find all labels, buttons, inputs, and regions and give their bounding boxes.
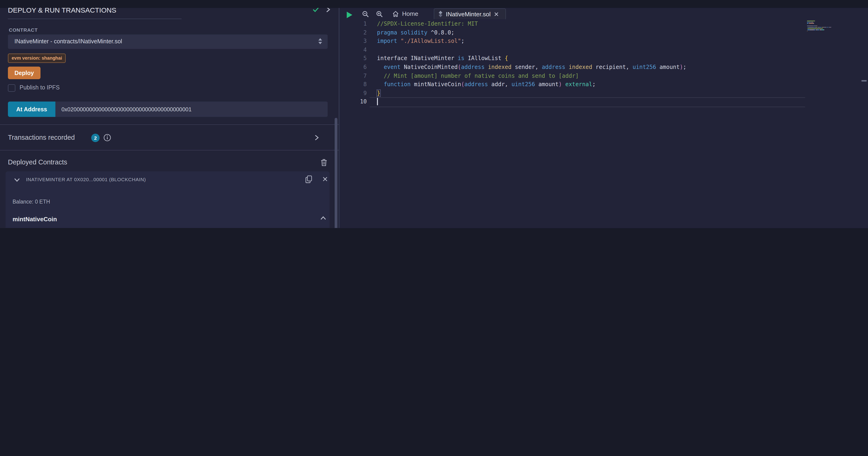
code-line[interactable]: 10	[339, 97, 805, 107]
code-editor[interactable]: 1//SPDX-License-Identifier: MIT2pragma s…	[339, 19, 805, 228]
code-text: }	[377, 89, 380, 98]
minimap-line	[824, 27, 827, 27]
tab-home-label: Home	[402, 10, 418, 17]
minimap-line	[814, 26, 816, 26]
code-line[interactable]: 7 // Mint [amount] number of native coin…	[339, 72, 805, 80]
code-text: pragma solidity ^0.8.0;	[377, 28, 454, 37]
evm-version-badge: evm version: shanghai	[8, 54, 66, 63]
line-number: 2	[339, 28, 367, 37]
minimap-line	[811, 22, 813, 22]
minimap-line	[817, 29, 819, 30]
minimap-line	[813, 23, 814, 24]
code-line[interactable]: 9}	[339, 89, 805, 98]
info-icon	[103, 134, 111, 142]
remove-contract-icon[interactable]	[322, 176, 328, 182]
minimap-line	[807, 26, 813, 26]
deploy-button[interactable]: Deploy	[8, 66, 40, 79]
zoom-in-icon[interactable]	[376, 11, 383, 18]
title-underline	[8, 19, 182, 19]
copy-address-icon[interactable]	[305, 175, 312, 183]
expanded-function-name: mintNativeCoin	[12, 216, 57, 223]
contract-card: INATIVEMINTER AT 0X020...00001 (BLOCKCHA…	[6, 171, 330, 228]
transactions-expand-button[interactable]	[315, 135, 319, 141]
tab-close-icon[interactable]	[494, 12, 498, 16]
function-collapse-icon[interactable]	[320, 216, 326, 220]
code-text: interface INativeMinter is IAllowList {	[377, 54, 508, 63]
solidity-icon	[438, 11, 443, 17]
minimap-line	[813, 27, 815, 27]
minimap-line	[816, 29, 817, 30]
minimap-line	[820, 27, 822, 27]
contract-select-value: INativeMinter - contracts/INativeMinter.…	[14, 38, 122, 45]
card-collapse-icon[interactable]	[14, 178, 20, 182]
tab-home[interactable]: Home	[392, 8, 418, 19]
editor-region: Home INativeMinter.sol 1//SPDX-License-I…	[339, 0, 868, 228]
line-number: 1	[339, 20, 367, 28]
code-text: // Mint [amount] number of native coins …	[377, 72, 579, 80]
line-number: 10	[339, 97, 367, 107]
code-line[interactable]: 2pragma solidity ^0.8.0;	[339, 28, 805, 37]
code-line[interactable]: 4	[339, 46, 805, 55]
minimap-line	[807, 29, 810, 30]
line-number: 9	[339, 89, 367, 98]
minimap-line	[827, 27, 829, 27]
minimap-line	[807, 27, 809, 27]
minimap-line	[807, 28, 823, 29]
minimap-line	[822, 29, 824, 30]
line-number: 5	[339, 54, 367, 63]
contract-select[interactable]: INativeMinter - contracts/INativeMinter.…	[8, 34, 328, 49]
transactions-recorded-label: Transactions recorded	[8, 134, 75, 141]
line-number: 8	[339, 80, 367, 89]
minimap-line	[809, 23, 813, 24]
run-script-play-icon[interactable]	[347, 12, 352, 18]
minimap-line	[821, 29, 821, 30]
minimap-line	[807, 23, 809, 24]
code-text: import "./IAllowList.sol";	[377, 37, 464, 46]
minimap-line	[819, 29, 821, 30]
deploy-run-panel: DEPLOY & RUN TRANSACTIONS CONTRACT INati…	[0, 0, 339, 228]
panel-scrollbar[interactable]	[335, 118, 337, 228]
line-number: 4	[339, 46, 367, 55]
select-stepper-icon	[318, 38, 322, 44]
at-address-input[interactable]	[55, 102, 328, 117]
minimap-line	[813, 26, 814, 26]
minimap-line	[807, 21, 815, 21]
balance-text: Balance: 0 ETH	[12, 199, 50, 204]
code-text: event NativeCoinMinted(address indexed s…	[377, 63, 686, 72]
home-icon	[392, 10, 399, 17]
remix-ide: DEPLOY & RUN TRANSACTIONS CONTRACT INati…	[0, 0, 868, 228]
publish-ipfs-label: Publish to IPFS	[20, 84, 60, 91]
tab-active-label: INativeMinter.sol	[446, 10, 491, 18]
code-line[interactable]: 1//SPDX-License-Identifier: MIT	[339, 20, 805, 28]
window-top-strip	[0, 0, 868, 8]
publish-ipfs-checkbox[interactable]	[8, 84, 16, 92]
minimap-line	[810, 29, 813, 30]
text-cursor	[377, 98, 378, 106]
code-line[interactable]: 6 event NativeCoinMinted(address indexed…	[339, 63, 805, 72]
minimap-line	[814, 29, 816, 30]
trash-icon[interactable]	[321, 159, 327, 166]
minimap-line	[829, 27, 831, 27]
code-line[interactable]: 5interface INativeMinter is IAllowList {	[339, 54, 805, 63]
code-line[interactable]: 8 function mintNativeCoin(address addr, …	[339, 80, 805, 89]
minimap-line	[816, 27, 817, 27]
at-address-button[interactable]: At Address	[8, 102, 55, 117]
deployed-contracts-title: Deployed Contracts	[8, 159, 67, 166]
minimap-line	[809, 27, 813, 27]
minimap-line	[807, 22, 811, 22]
section-divider	[0, 124, 339, 125]
minimap-line	[807, 30, 807, 31]
minimap-line	[818, 27, 819, 27]
code-text: //SPDX-License-Identifier: MIT	[377, 20, 478, 28]
line-number: 7	[339, 72, 367, 80]
zoom-out-icon[interactable]	[362, 11, 369, 18]
contract-card-title: INATIVEMINTER AT 0X020...00001 (BLOCKCHA…	[26, 176, 146, 182]
tab-active-file[interactable]: INativeMinter.sol	[434, 8, 506, 19]
section-divider	[0, 150, 339, 150]
code-line[interactable]: 3import "./IAllowList.sol";	[339, 37, 805, 46]
minimap-line	[822, 27, 824, 27]
code-text: function mintNativeCoin(address addr, ui…	[377, 80, 595, 89]
transactions-count-badge: 2	[91, 134, 100, 142]
overview-ruler-marker	[862, 80, 867, 82]
minimap[interactable]	[805, 19, 862, 228]
